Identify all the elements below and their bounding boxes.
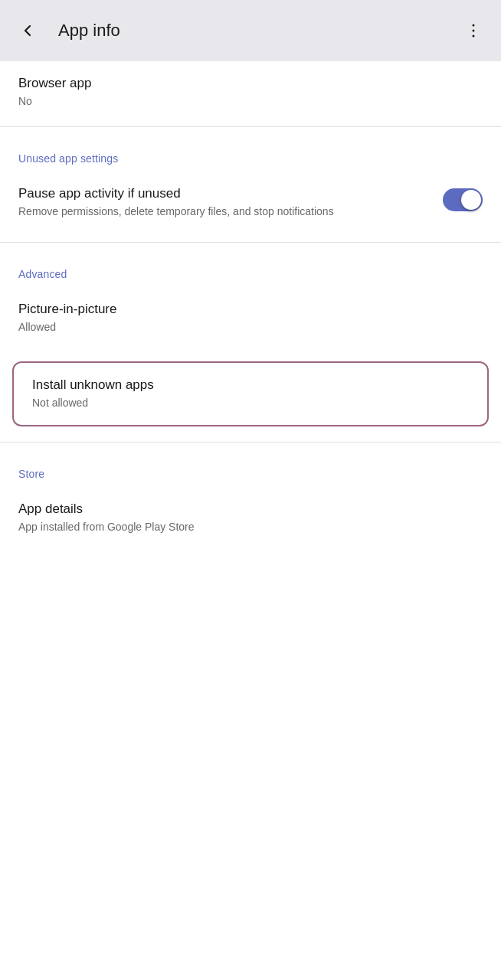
app-bar: App info (0, 0, 501, 61)
advanced-label: Advanced (18, 268, 67, 280)
pause-activity-row[interactable]: Pause app activity if unused Remove perm… (0, 172, 501, 234)
pip-value: Allowed (18, 320, 483, 335)
pause-activity-toggle[interactable] (443, 188, 483, 211)
browser-app-row[interactable]: Browser app No (0, 61, 501, 123)
browser-app-value: No (18, 94, 483, 109)
divider-2 (0, 242, 501, 243)
page-title: App info (58, 21, 458, 41)
pause-activity-subtitle: Remove permissions, delete temporary fil… (18, 204, 431, 220)
spacer-4 (0, 349, 501, 355)
browser-app-title: Browser app (18, 75, 483, 92)
pause-activity-text: Pause app activity if unused Remove perm… (18, 185, 443, 220)
more-options-button[interactable] (458, 15, 489, 46)
svg-point-1 (473, 30, 475, 32)
install-unknown-apps-row[interactable]: Install unknown apps Not allowed (12, 361, 489, 426)
spacer-5 (0, 433, 501, 439)
app-details-row[interactable]: App details App installed from Google Pl… (0, 487, 501, 549)
divider-3 (0, 442, 501, 443)
divider-1 (0, 126, 501, 127)
spacer-1 (0, 130, 501, 136)
app-details-subtitle: App installed from Google Play Store (18, 520, 483, 535)
content-area: Browser app No Unused app settings Pause… (0, 61, 501, 548)
install-unknown-apps-value: Not allowed (32, 396, 469, 411)
store-section-header: Store (0, 452, 501, 487)
unused-settings-label: Unused app settings (18, 152, 118, 165)
advanced-section-header: Advanced (0, 252, 501, 287)
pip-title: Picture-in-picture (18, 301, 483, 318)
toggle-thumb (461, 190, 481, 210)
svg-point-2 (473, 35, 475, 38)
store-label: Store (18, 468, 44, 480)
app-details-title: App details (18, 501, 483, 518)
back-button[interactable] (12, 15, 43, 46)
unused-settings-header: Unused app settings (0, 136, 501, 172)
spacer-2 (0, 233, 501, 239)
pip-row[interactable]: Picture-in-picture Allowed (0, 287, 501, 349)
svg-point-0 (473, 24, 475, 27)
spacer-6 (0, 446, 501, 452)
pause-activity-title: Pause app activity if unused (18, 185, 431, 202)
spacer-3 (0, 246, 501, 252)
pause-activity-toggle-container (443, 188, 483, 211)
install-unknown-apps-title: Install unknown apps (32, 377, 469, 394)
